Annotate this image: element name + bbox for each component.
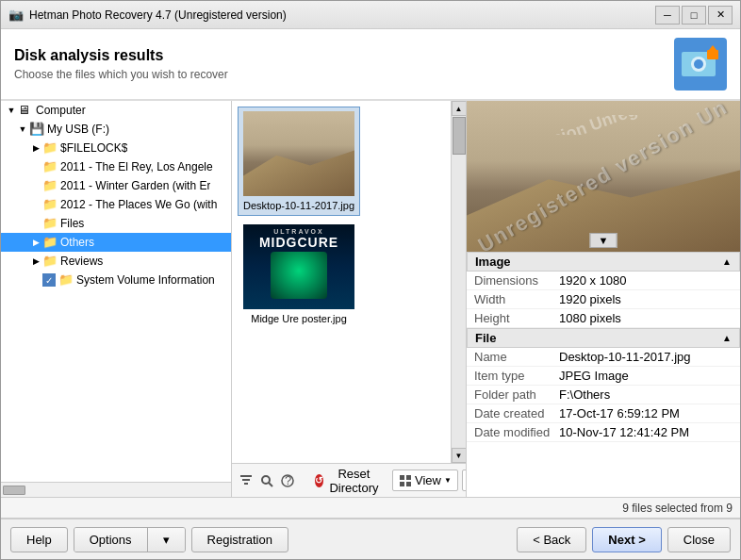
poster-ultravox-text: ULTRAVOX	[273, 228, 323, 235]
expand-usb[interactable]: ▼	[16, 123, 29, 136]
window-title: Hetman Photo Recovery 4.7 (Unregistered …	[29, 8, 655, 22]
preview-nav: ▼	[590, 233, 618, 248]
image-collapse-icon[interactable]: ▲	[722, 256, 732, 267]
folder-red-2011b-icon: 📁	[42, 178, 58, 193]
prop-val-dimensions: 1920 x 1080	[559, 273, 733, 288]
tree-item-others[interactable]: ▶ 📁 Others	[1, 233, 231, 252]
folder-others-icon: 📁	[42, 235, 58, 250]
prop-key-itemtype: Item type	[474, 369, 559, 383]
middle-panel: Desktop-10-11-2017.jpg ULTRAVOX MIDGCURE…	[232, 101, 467, 497]
tree-item-sysvolinfo[interactable]: ▶ ✓ 📁 System Volume Information	[1, 271, 231, 289]
registration-button[interactable]: Registration	[191, 527, 288, 552]
vscroll-up-btn[interactable]: ▲	[452, 101, 467, 116]
header-text: Disk analysis results Choose the files w…	[14, 47, 674, 81]
minimize-button[interactable]: ─	[655, 6, 680, 25]
expand-filelock[interactable]: ▶	[29, 141, 42, 155]
tree-label-sysvolinfo: System Volume Information	[76, 273, 215, 287]
prop-row-itemtype: Item type JPEG Image	[467, 367, 740, 386]
expand-reviews[interactable]: ▶	[29, 255, 42, 268]
window-controls: ─ □ ✕	[655, 6, 733, 25]
file-thumb-desktop[interactable]: Desktop-10-11-2017.jpg	[238, 107, 360, 216]
prop-key-name: Name	[474, 350, 559, 364]
vscroll-track[interactable]	[452, 116, 466, 448]
image-section-title: Image	[475, 255, 511, 269]
tree-item-filelock[interactable]: ▶ 📁 $FILELOCK$	[1, 139, 231, 157]
prop-val-height: 1080 pixels	[559, 311, 733, 325]
expand-computer[interactable]: ▼	[5, 104, 18, 117]
image-section-header[interactable]: Image ▲	[467, 252, 740, 272]
maximize-button[interactable]: □	[682, 6, 706, 25]
svg-rect-13	[400, 475, 404, 480]
prop-row-datemodified: Date modified 10-Nov-17 12:41:42 PM	[467, 423, 740, 442]
prop-key-height: Height	[474, 311, 559, 325]
search-btn[interactable]	[258, 469, 275, 493]
tree-label-filelock: $FILELOCK$	[60, 141, 127, 155]
tree-item-usb[interactable]: ▼ 💾 My USB (F:)	[1, 120, 231, 139]
prop-key-folderpath: Folder path	[474, 387, 559, 402]
tree-label-2011a: 2011 - The El Rey, Los Angele	[60, 160, 213, 173]
view-dropdown-button[interactable]: View ▼	[392, 469, 458, 491]
folder-files-icon: 📁	[42, 216, 58, 231]
options-dropdown-button[interactable]: ▾	[148, 528, 185, 552]
reset-label: Reset Directory	[327, 467, 381, 495]
prop-val-name: Desktop-10-11-2017.jpg	[559, 350, 733, 364]
folder-red-icon: 📁	[42, 140, 58, 156]
folder-red-2011a-icon: 📁	[42, 159, 58, 174]
prop-val-datecreated: 17-Oct-17 6:59:12 PM	[559, 406, 733, 420]
reset-directory-button[interactable]: ↺ Reset Directory	[307, 464, 388, 498]
thumb-image-poster: ULTRAVOX MIDGCURE	[243, 224, 354, 309]
prop-key-datecreated: Date created	[474, 406, 559, 420]
svg-rect-7	[242, 479, 250, 481]
tree-label-usb: My USB (F:)	[47, 123, 109, 136]
help-icon-btn[interactable]: ?	[279, 469, 296, 493]
folder-sysvolinfo-icon: 📁	[58, 272, 74, 288]
file-area: Desktop-10-11-2017.jpg ULTRAVOX MIDGCURE…	[232, 101, 466, 463]
filter-btn[interactable]	[238, 469, 255, 493]
file-thumb-poster[interactable]: ULTRAVOX MIDGCURE Midge Ure poster.jpg	[238, 220, 360, 329]
title-bar: 📷 Hetman Photo Recovery 4.7 (Unregistere…	[1, 1, 740, 29]
close-button[interactable]: ✕	[708, 6, 733, 25]
prop-val-itemtype: JPEG Image	[559, 369, 733, 383]
file-grid[interactable]: Desktop-10-11-2017.jpg ULTRAVOX MIDGCURE…	[232, 101, 451, 463]
watermark-row-2: registered version Unregistered version	[467, 115, 740, 135]
hscroll-thumb[interactable]	[3, 486, 25, 495]
prop-key-width: Width	[474, 292, 559, 306]
folder-red-2012-icon: 📁	[42, 197, 58, 212]
prop-row-datecreated: Date created 17-Oct-17 6:59:12 PM	[467, 404, 740, 423]
tree-item-2011b[interactable]: ▶ 📁 2011 - Winter Garden (with Er	[1, 176, 231, 195]
svg-point-3	[694, 59, 703, 69]
tree-label-files: Files	[60, 217, 84, 230]
file-section-header[interactable]: File ▲	[467, 328, 740, 348]
options-button[interactable]: Options	[74, 528, 148, 552]
file-vscrollbar[interactable]: ▲ ▼	[451, 101, 466, 463]
sysvolinfo-checkbox[interactable]: ✓	[42, 273, 56, 287]
tree-item-2012[interactable]: ▶ 📁 2012 - The Places We Go (with	[1, 195, 231, 214]
tree-item-computer[interactable]: ▼ 🖥 Computer	[1, 101, 231, 120]
page-title: Disk analysis results	[14, 47, 674, 64]
preview-nav-button[interactable]: ▼	[590, 233, 618, 248]
vscroll-thumb[interactable]	[453, 117, 466, 155]
tree-item-reviews[interactable]: ▶ 📁 Reviews	[1, 252, 231, 271]
file-section-title: File	[475, 331, 496, 345]
folder-tree[interactable]: ▼ 🖥 Computer ▼ 💾 My USB (F:) ▶ 📁 $FILELO…	[1, 101, 231, 482]
tree-hscroll[interactable]	[1, 482, 231, 497]
prop-key-dimensions: Dimensions	[474, 273, 559, 288]
close-main-button[interactable]: Close	[667, 527, 731, 552]
search-icon	[259, 473, 274, 488]
right-panel: Unregistered version Un registered versi…	[467, 101, 740, 497]
help-icon: ?	[280, 473, 295, 488]
tree-item-2011a[interactable]: ▶ 📁 2011 - The El Rey, Los Angele	[1, 157, 231, 176]
tree-item-files[interactable]: ▶ 📁 Files	[1, 214, 231, 233]
next-button[interactable]: Next >	[592, 527, 661, 552]
back-button[interactable]: < Back	[517, 527, 586, 552]
tree-label-2012: 2012 - The Places We Go (with	[60, 198, 217, 211]
file-collapse-icon[interactable]: ▲	[722, 333, 732, 343]
status-text: 9 files selected from 9	[622, 502, 733, 515]
svg-rect-16	[406, 482, 411, 486]
poster-figure	[271, 252, 327, 299]
svg-rect-8	[244, 483, 248, 485]
expand-others[interactable]: ▶	[29, 236, 42, 249]
help-button[interactable]: Help	[10, 527, 68, 552]
vscroll-down-btn[interactable]: ▼	[452, 448, 467, 463]
prop-key-datemodified: Date modified	[474, 425, 559, 439]
